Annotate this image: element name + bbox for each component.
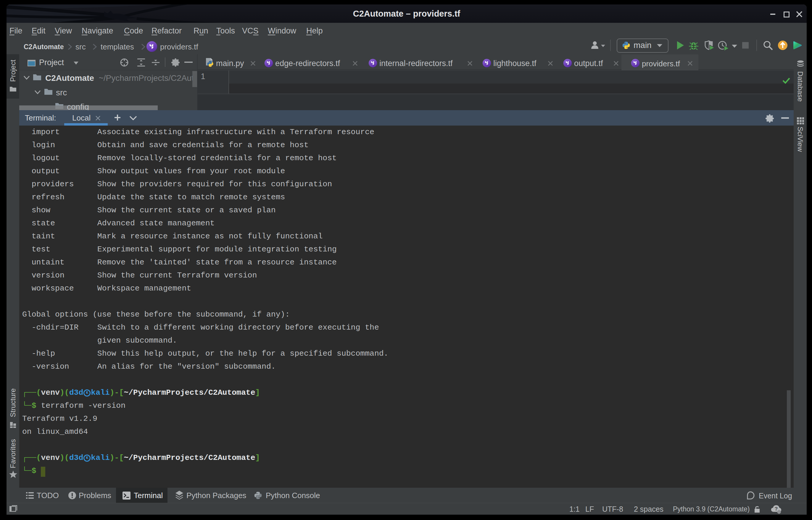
svg-text:?: ? xyxy=(775,506,778,512)
